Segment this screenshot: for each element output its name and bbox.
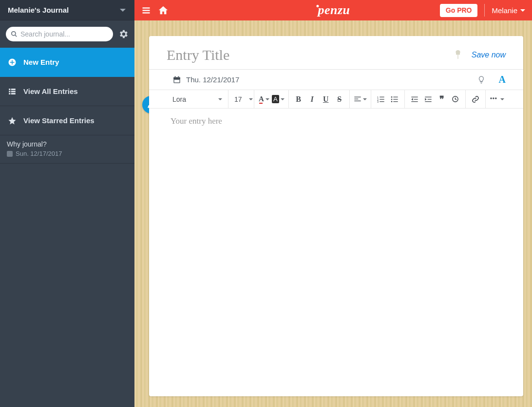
svg-rect-15 (456, 52, 460, 55)
sidebar: Melanie's Journal New Entry View All Ent… (0, 0, 134, 407)
svg-rect-40 (411, 101, 418, 102)
caret-down-icon (266, 98, 269, 100)
go-pro-button[interactable]: Go PRO (440, 4, 478, 17)
editor-toolbar: Lora 17 A (149, 90, 523, 109)
svg-rect-5 (9, 89, 10, 90)
strikethrough-button[interactable]: S (334, 93, 345, 106)
font-size-select[interactable]: 17 (232, 95, 250, 103)
entry-date[interactable]: Thu. 12/21/2017 (186, 75, 239, 84)
caret-down-icon (249, 98, 253, 100)
home-button[interactable] (158, 5, 169, 16)
font-family-select[interactable]: Lora (171, 95, 224, 103)
svg-rect-37 (411, 96, 418, 97)
svg-rect-39 (414, 99, 418, 99)
caret-down-icon (218, 98, 222, 100)
plus-circle-icon (8, 57, 17, 67)
main: penzu Go PRO Melanie Save now (134, 0, 532, 407)
svg-rect-41 (425, 96, 431, 97)
align-button[interactable] (354, 93, 367, 106)
new-entry-button[interactable]: New Entry (0, 48, 134, 77)
entry-thumb-icon (7, 151, 13, 157)
link-button[interactable] (470, 93, 481, 106)
italic-button[interactable]: I (306, 93, 318, 106)
ordered-list-button[interactable]: 123 (375, 93, 387, 106)
caret-down-icon (520, 9, 525, 12)
star-icon (8, 116, 17, 125)
svg-rect-34 (393, 99, 398, 99)
highlight-color-button[interactable]: A (272, 93, 285, 106)
svg-point-31 (391, 96, 392, 98)
svg-rect-30 (380, 101, 384, 102)
svg-marker-42 (425, 98, 426, 100)
view-starred-label: View Starred Entries (23, 116, 95, 125)
svg-rect-26 (380, 96, 384, 97)
divider (484, 4, 485, 17)
more-button[interactable] (490, 93, 504, 106)
brand-logo[interactable]: penzu (316, 3, 350, 18)
text-color-button[interactable]: A (258, 93, 270, 106)
settings-button[interactable] (118, 29, 129, 39)
unordered-list-button[interactable] (389, 93, 400, 106)
svg-rect-13 (143, 12, 150, 13)
journal-selector[interactable]: Melanie's Journal (0, 0, 134, 20)
new-entry-label: New Entry (23, 58, 59, 66)
entry-title-input[interactable] (167, 47, 454, 63)
svg-rect-21 (174, 80, 180, 82)
svg-rect-8 (11, 91, 16, 92)
entry-editor: Save now Thu. 12/21/2017 A (149, 36, 523, 396)
underline-button[interactable]: U (320, 93, 332, 106)
pin-icon[interactable] (454, 50, 462, 60)
svg-rect-4 (10, 62, 15, 63)
menu-button[interactable] (141, 5, 151, 15)
svg-rect-23 (354, 98, 358, 99)
view-starred-entries-button[interactable]: View Starred Entries (0, 106, 134, 135)
view-all-label: View All Entries (23, 87, 78, 95)
svg-rect-32 (393, 96, 398, 97)
svg-rect-12 (143, 10, 150, 11)
entry-list-item-date: Sun. 12/17/2017 (16, 150, 62, 157)
svg-rect-36 (393, 101, 398, 102)
search-input[interactable] (6, 27, 113, 41)
svg-line-1 (15, 35, 17, 37)
search-icon (11, 31, 18, 37)
svg-point-35 (391, 101, 392, 102)
svg-rect-11 (143, 7, 150, 9)
svg-point-33 (391, 98, 392, 100)
svg-rect-43 (427, 99, 431, 99)
chevron-down-icon (120, 9, 126, 12)
view-all-entries-button[interactable]: View All Entries (0, 77, 134, 106)
svg-rect-6 (11, 89, 16, 90)
caret-down-icon (363, 98, 367, 100)
indent-button[interactable] (422, 93, 434, 106)
user-menu[interactable]: Melanie (492, 6, 525, 15)
svg-rect-20 (178, 76, 179, 78)
bold-button[interactable]: B (293, 93, 304, 106)
text-style-button[interactable]: A (499, 74, 506, 85)
svg-rect-28 (380, 99, 384, 99)
entry-body-editor[interactable]: Your entry here (149, 109, 523, 392)
save-now-link[interactable]: Save now (472, 51, 506, 59)
entry-list-item[interactable]: Why journal? Sun. 12/17/2017 (0, 135, 134, 164)
calendar-icon[interactable] (172, 75, 181, 84)
entry-list-item-title: Why journal? (7, 140, 128, 148)
timestamp-button[interactable] (450, 93, 461, 106)
caret-down-icon (500, 98, 504, 100)
list-icon (8, 87, 17, 96)
svg-rect-7 (9, 91, 10, 92)
svg-marker-38 (411, 98, 413, 100)
svg-point-48 (495, 97, 497, 99)
svg-rect-9 (9, 93, 10, 94)
user-name: Melanie (492, 6, 517, 15)
svg-rect-16 (457, 55, 458, 59)
svg-text:3: 3 (377, 100, 379, 103)
blockquote-button[interactable]: ❞ (436, 93, 448, 106)
svg-point-46 (490, 97, 492, 99)
svg-rect-44 (425, 101, 431, 102)
date-row: Thu. 12/21/2017 A (149, 70, 523, 90)
prompt-button[interactable] (477, 75, 485, 84)
search-row (0, 20, 134, 48)
svg-point-0 (12, 32, 16, 36)
outdent-button[interactable] (409, 93, 420, 106)
svg-rect-22 (354, 96, 361, 97)
caret-down-icon (281, 98, 285, 100)
